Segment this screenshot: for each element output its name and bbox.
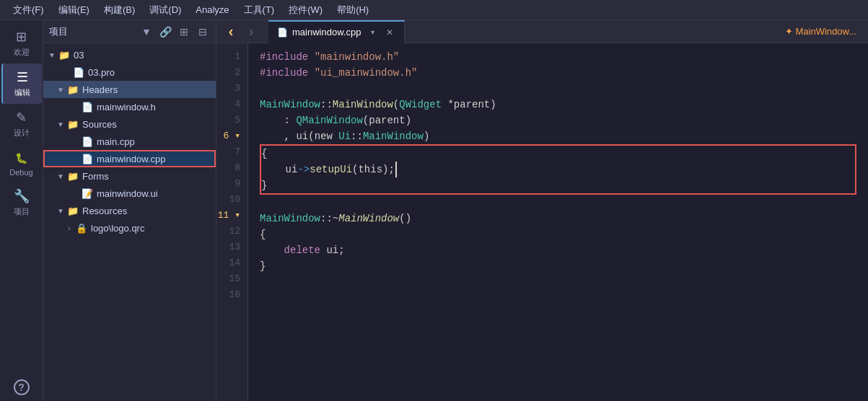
lock-icon-logo-qrc: 🔒 — [75, 221, 88, 234]
forward-button[interactable]: › — [242, 23, 260, 40]
ln-6: 6 ▾ — [216, 128, 240, 144]
tree-label-main-cpp: main.cpp — [97, 136, 135, 147]
arrow-sources: ▼ — [55, 118, 66, 130]
tree-item-sources[interactable]: ▼ 📁 Sources — [43, 115, 216, 133]
code-line-16 — [260, 290, 856, 306]
arrow-03pro — [61, 66, 72, 78]
arrow-logo-qrc: › — [63, 222, 75, 234]
sidebar-item-help[interactable]: ? — [1, 374, 42, 401]
tree-label-mainwindow-cpp: mainwindow.cpp — [97, 154, 165, 164]
menu-tools[interactable]: 工具(T) — [237, 2, 282, 18]
sidebar-label-edit: 编辑 — [14, 87, 30, 98]
tree-label-headers: Headers — [82, 84, 118, 95]
tree-label-03: 03 — [74, 50, 84, 61]
tree-label-mainwindow-ui: mainwindow.ui — [97, 188, 158, 199]
ln-10: 10 — [216, 192, 240, 208]
ln-5: 5 — [216, 113, 240, 128]
sidebar-label-welcome: 欢迎 — [14, 47, 30, 58]
code-line-9: } — [261, 177, 855, 193]
add-button[interactable]: ⊞ — [177, 25, 191, 39]
tree-label-mainwindow-h: mainwindow.h — [97, 102, 156, 113]
tree-item-logo-qrc[interactable]: › 🔒 logo\logo.qrc — [43, 219, 216, 237]
link-button[interactable]: 🔗 — [158, 25, 172, 39]
ln-4: 4 — [216, 97, 240, 113]
menu-edit[interactable]: 编辑(E) — [51, 2, 97, 18]
tab-dropdown-btn[interactable]: ▾ — [365, 25, 380, 40]
folder-icon-resources: 📁 — [66, 204, 79, 217]
tree-item-mainwindow-cpp[interactable]: 📄 mainwindow.cpp — [43, 150, 216, 167]
tree-item-03[interactable]: ▼ 📁 03 — [43, 46, 216, 63]
arrow-main-cpp — [69, 136, 81, 147]
tree-item-resources[interactable]: ▼ 📁 Resources — [43, 202, 216, 219]
arrow-mainwindow-cpp — [69, 153, 81, 164]
folder-icon-headers: 📁 — [66, 83, 79, 96]
wrench-icon: 🔧 — [14, 188, 30, 204]
sidebar-item-design[interactable]: ✎ 设计 — [1, 104, 42, 144]
tab-extra-label: ✦ MainWindow... — [785, 26, 862, 37]
tab-label: mainwindow.cpp — [292, 27, 361, 38]
filter-button[interactable]: ▼ — [139, 25, 154, 39]
tree-item-03pro[interactable]: 📄 03.pro — [43, 63, 216, 81]
arrow-headers: ▼ — [55, 84, 66, 95]
sidebar-item-edit[interactable]: ☰ 编辑 — [1, 63, 42, 104]
sidebar-item-project[interactable]: 🔧 项目 — [1, 182, 42, 223]
edit-icon: ☰ — [14, 69, 30, 85]
tree-item-forms[interactable]: ▼ 📁 Forms — [43, 167, 216, 185]
code-line-7: { — [261, 146, 855, 162]
tree-label-03pro: 03.pro — [88, 67, 115, 78]
code-line-2: #include "ui_mainwindow.h" — [260, 65, 856, 81]
sidebar-item-debug[interactable]: 🐛 Debug — [1, 144, 42, 182]
tab-file-icon: 📄 — [277, 27, 288, 38]
file-icon-mainwindow-h: 📄 — [81, 100, 94, 113]
tree-label-forms: Forms — [82, 171, 109, 182]
highlighted-code-block: { ui->setupUi(this);​ } — [260, 144, 856, 195]
editor-toolbar: ‹ › 📄 mainwindow.cpp ▾ ✕ ✦ MainWindow... — [216, 20, 868, 43]
back-button[interactable]: ‹ — [222, 23, 240, 40]
menu-help[interactable]: 帮助(H) — [330, 2, 376, 18]
sidebar-item-welcome[interactable]: ⊞ 欢迎 — [1, 23, 42, 63]
ln-12: 12 — [216, 224, 240, 239]
tree-item-headers[interactable]: ▼ 📁 Headers — [43, 81, 216, 98]
sidebar-icons: ⊞ 欢迎 ☰ 编辑 ✎ 设计 🐛 Debug 🔧 项目 ? — [0, 20, 43, 401]
arrow-resources: ▼ — [55, 205, 66, 216]
code-line-13: delete ui; — [260, 242, 856, 258]
folder-icon-03: 📁 — [58, 48, 71, 61]
arrow-mainwindow-ui — [69, 188, 81, 199]
code-line-1: #include "mainwindow.h" — [260, 49, 856, 65]
menu-analyze[interactable]: Analyze — [188, 3, 236, 17]
collapse-button[interactable]: ⊟ — [196, 25, 210, 39]
folder-icon-sources: 📁 — [66, 118, 79, 131]
design-icon: ✎ — [14, 110, 30, 125]
tab-mainwindow-cpp[interactable]: 📄 mainwindow.cpp ▾ ✕ — [268, 20, 405, 43]
code-line-4: MainWindow::MainWindow(QWidget *parent) — [260, 97, 856, 113]
code-content[interactable]: #include "mainwindow.h" #include "ui_mai… — [248, 43, 868, 401]
code-editor[interactable]: 1 2 3 4 5 6 ▾ 7 8 9 10 11 ▾ 12 13 14 15 … — [216, 43, 868, 401]
arrow-mainwindow-h — [69, 101, 81, 113]
panel-header: 项目 ▼ 🔗 ⊞ ⊟ — [43, 20, 216, 43]
panel-title: 项目 — [49, 25, 135, 38]
help-icon: ? — [14, 379, 30, 395]
ln-8: 8 — [216, 160, 240, 176]
tab-close-btn[interactable]: ✕ — [384, 27, 395, 38]
menu-debug[interactable]: 调试(D) — [142, 2, 188, 18]
file-icon-mainwindow-ui: 📝 — [81, 187, 94, 200]
tree-item-mainwindow-h[interactable]: 📄 mainwindow.h — [43, 98, 216, 115]
tree-item-main-cpp[interactable]: 📄 main.cpp — [43, 133, 216, 150]
menu-build[interactable]: 构建(B) — [97, 2, 142, 18]
project-tree: ▼ 📁 03 📄 03.pro ▼ 📁 Headers 📄 mainwindow… — [43, 43, 216, 401]
code-line-10 — [260, 195, 856, 211]
tree-label-sources: Sources — [82, 119, 117, 130]
ln-7: 7 — [216, 144, 240, 160]
file-icon-main-cpp: 📄 — [81, 135, 94, 148]
sidebar-label-project: 项目 — [14, 206, 30, 217]
tree-label-logo-qrc: logo\logo.qrc — [91, 223, 144, 234]
code-line-14: } — [260, 258, 856, 274]
menu-controls[interactable]: 控件(W) — [281, 2, 330, 18]
menu-file[interactable]: 文件(F) — [6, 2, 51, 18]
sidebar-label-debug: Debug — [9, 168, 32, 177]
code-line-5: : QMainWindow(parent) — [260, 113, 856, 128]
code-line-6: , ui(new Ui::MainWindow) — [260, 128, 856, 144]
ln-2: 2 — [216, 65, 240, 81]
sidebar-label-design: 设计 — [14, 128, 30, 138]
tree-item-mainwindow-ui[interactable]: 📝 mainwindow.ui — [43, 185, 216, 202]
